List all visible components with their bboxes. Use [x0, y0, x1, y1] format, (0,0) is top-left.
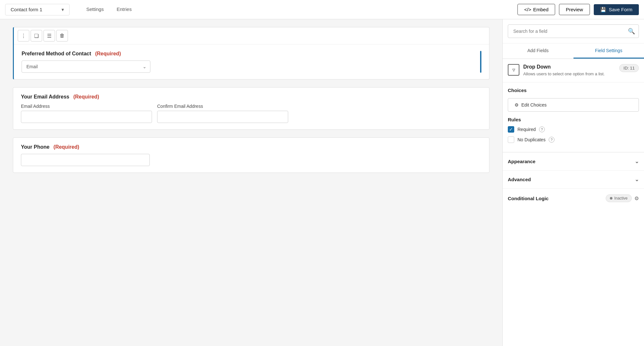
phone-input[interactable] [21, 154, 150, 166]
search-box: 🔍 [503, 19, 644, 43]
save-label: Save Form [609, 7, 632, 12]
header-nav: Settings Entries [80, 4, 138, 15]
appearance-section: Appearance ⌄ [503, 152, 644, 170]
nav-settings[interactable]: Settings [80, 4, 110, 15]
main-layout: ⋮ ❏ ☰ 🗑 Preferred Method of Contact (Req… [0, 19, 644, 346]
inactive-label: Inactive [614, 196, 628, 201]
field-settings-button[interactable]: ☰ [43, 30, 55, 42]
tab-field-settings[interactable]: Field Settings [573, 43, 644, 59]
dropdown-field[interactable]: Email [22, 61, 150, 73]
edit-choices-button[interactable]: ⚙ Edit Choices [508, 98, 639, 112]
embed-icon: </> [524, 7, 531, 12]
email-subfields-row: Email Address Confirm Email Address [21, 104, 288, 123]
main-header: Contact form 1 ▾ Settings Entries </> Em… [0, 0, 644, 19]
field-info: ▿ Drop Down Allows users to select one o… [503, 59, 644, 82]
inactive-badge: Inactive [606, 194, 632, 202]
save-button[interactable]: 💾 Save Form [594, 4, 639, 15]
field-block-email: Your Email Address (Required) Email Addr… [13, 87, 489, 130]
no-duplicates-checkbox[interactable] [508, 136, 514, 143]
email-address-input[interactable] [21, 111, 152, 123]
required-label: Required [517, 127, 536, 132]
save-icon: 💾 [600, 7, 606, 13]
advanced-title: Advanced [508, 177, 531, 182]
preview-button[interactable]: Preview [559, 4, 590, 15]
dropdown-placeholder: Email [26, 64, 38, 69]
email-address-label: Email Address [21, 104, 152, 109]
conditional-logic-section[interactable]: Conditional Logic Inactive ⚙ [503, 188, 644, 208]
drag-handle-button[interactable]: ⋮ [18, 30, 29, 42]
no-duplicates-label: No Duplicates [517, 137, 545, 142]
embed-label: Embed [533, 7, 549, 12]
advanced-chevron-icon: ⌄ [635, 176, 639, 182]
gear-edit-icon: ⚙ [515, 102, 519, 108]
rules-title: Rules [508, 117, 639, 122]
form-title-chevron: ▾ [62, 7, 64, 13]
field-toolbar: ⋮ ❏ ☰ 🗑 [14, 27, 489, 44]
field-block-preferred-contact: ⋮ ❏ ☰ 🗑 Preferred Method of Contact (Req… [13, 27, 489, 79]
required-checkbox[interactable]: ✓ [508, 126, 514, 133]
email-field-content: Your Email Address (Required) Email Addr… [13, 88, 489, 129]
field-meta: Drop Down Allows users to select one opt… [523, 64, 615, 77]
choices-section-header: Choices [503, 82, 644, 98]
no-duplicates-help-icon[interactable]: ? [549, 137, 554, 143]
field-content-preferred-contact: Preferred Method of Contact (Required) E… [14, 44, 489, 79]
nav-entries[interactable]: Entries [110, 4, 138, 15]
select-wrapper: Email ⌄ [22, 61, 150, 73]
confirm-email-group: Confirm Email Address [157, 104, 288, 123]
appearance-header[interactable]: Appearance ⌄ [503, 153, 644, 170]
search-input-wrapper: 🔍 [508, 24, 639, 38]
email-address-group: Email Address [21, 104, 152, 123]
conditional-logic-title: Conditional Logic [508, 196, 549, 201]
header-left: Contact form 1 ▾ Settings Entries [5, 4, 138, 15]
delete-button[interactable]: 🗑 [56, 30, 68, 42]
email-required-marker: (Required) [73, 94, 99, 99]
form-title-select[interactable]: Contact form 1 ▾ [5, 4, 70, 15]
field-type-icon: ▿ [508, 64, 519, 76]
embed-button[interactable]: </> Embed [517, 4, 555, 15]
edit-choices-label: Edit Choices [521, 102, 547, 108]
rule-no-duplicates: No Duplicates ? [508, 136, 639, 143]
dropdown-type-icon: ▿ [512, 66, 515, 73]
field-block-phone: Your Phone (Required) [13, 137, 489, 173]
field-label-email: Your Email Address (Required) [21, 94, 481, 100]
appearance-title: Appearance [508, 159, 535, 164]
advanced-header[interactable]: Advanced ⌄ [503, 171, 644, 188]
confirm-email-input[interactable] [157, 111, 288, 123]
panel-tabs: Add Fields Field Settings [503, 43, 644, 59]
form-canvas: ⋮ ❏ ☰ 🗑 Preferred Method of Contact (Req… [0, 19, 502, 346]
appearance-chevron-icon: ⌄ [635, 158, 639, 164]
conditional-logic-right: Inactive ⚙ [606, 194, 639, 202]
field-type-desc: Allows users to select one option from a… [523, 71, 615, 77]
field-label-phone: Your Phone (Required) [21, 144, 481, 150]
field-label-preferred-contact: Preferred Method of Contact (Required) [22, 51, 475, 57]
advanced-section: Advanced ⌄ [503, 170, 644, 188]
duplicate-button[interactable]: ❏ [31, 30, 42, 42]
active-indicator-bar [480, 51, 481, 73]
field-content-inner: Preferred Method of Contact (Required) E… [22, 51, 475, 73]
form-title-label: Contact form 1 [11, 7, 42, 12]
search-icon: 🔍 [628, 28, 635, 35]
rule-required: ✓ Required ? [508, 126, 639, 133]
header-right: </> Embed Preview 💾 Save Form [517, 4, 639, 15]
right-panel: 🔍 Add Fields Field Settings ▿ Drop Down … [502, 19, 644, 346]
field-type-name: Drop Down [523, 64, 615, 70]
required-help-icon[interactable]: ? [539, 126, 545, 132]
required-marker: (Required) [95, 51, 121, 56]
inactive-dot-icon [610, 197, 612, 200]
search-input[interactable] [508, 24, 639, 38]
confirm-email-label: Confirm Email Address [157, 104, 288, 109]
rules-section: Rules ✓ Required ? No Duplicates ? [503, 117, 644, 152]
tab-add-fields[interactable]: Add Fields [503, 43, 573, 59]
field-id-badge: ID: 11 [619, 64, 639, 72]
phone-field-content: Your Phone (Required) [13, 138, 489, 173]
conditional-gear-icon[interactable]: ⚙ [634, 195, 639, 201]
phone-required-marker: (Required) [53, 144, 79, 150]
